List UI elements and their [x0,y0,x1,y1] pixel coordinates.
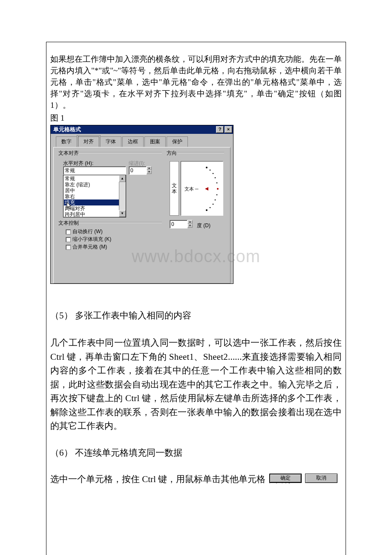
tab-font[interactable]: 字体 [100,136,121,147]
indent-spin-down[interactable]: ▼ [147,170,152,174]
checkbox-merge-label: 合并单元格 (M) [72,243,107,251]
checkbox-wrap-label: 自动换行 (W) [72,228,103,236]
degree-label: 度 (D) [197,222,210,230]
figure-caption: 图 1 [50,112,342,124]
halign-option-1[interactable]: 靠左 (缩进) [64,182,125,188]
group-textctrl-line [78,222,162,223]
svg-point-12 [206,209,208,211]
svg-point-9 [215,199,216,201]
svg-point-2 [206,167,208,168]
close-button[interactable]: × [225,126,232,133]
checkbox-shrink-box[interactable] [66,237,71,242]
svg-marker-1 [205,187,208,191]
svg-point-10 [213,204,214,205]
orientation-vertical-text: 文 [172,182,177,188]
svg-point-4 [213,173,214,174]
svg-point-11 [210,207,211,208]
help-button[interactable]: ? [216,126,224,133]
listbox-scroll-up[interactable]: ▲ [119,175,126,182]
checkbox-merge[interactable]: 合并单元格 (M) [66,243,107,251]
tabstrip: 数字 对齐 字体 边框 图案 保护 [56,136,233,147]
cell-format-dialog: 单元格格式 ? × 数字 对齐 字体 边框 图案 保护 文本对齐 方向 水平对齐… [50,125,233,284]
section-6-heading: （6） 不连续单元格填充同一数据 [50,446,342,460]
svg-point-7 [217,188,219,190]
orientation-dial-svg: 文本 ─ [181,162,224,216]
halign-option-2[interactable]: 居中 [64,188,125,194]
orientation-vertical-box[interactable]: 文 本 [170,161,179,216]
indent-spinner[interactable] [129,166,147,175]
group-text-align-line [78,152,162,153]
tab-number[interactable]: 数字 [56,136,77,147]
group-orientation-label: 方向 [165,149,178,157]
tab-alignment[interactable]: 对齐 [78,136,99,147]
checkbox-shrink[interactable]: 缩小字体填充 (K) [66,235,111,243]
ok-button[interactable]: 确定 [269,474,302,483]
degree-spin-buttons[interactable]: ▲ ▼ [187,220,193,228]
cancel-button[interactable]: 取消 [305,474,337,483]
svg-point-8 [216,194,218,196]
content: 如果想在工作簿中加入漂亮的横条纹，可以利用对齐方式中的填充功能。先在一单元格内填… [50,54,342,486]
tab-pattern[interactable]: 图案 [144,136,166,147]
svg-text:文本 ─: 文本 ─ [184,186,199,191]
intro-paragraph: 如果想在工作簿中加入漂亮的横条纹，可以利用对齐方式中的填充功能。先在一单元格内填… [50,54,342,111]
degree-spinner[interactable] [170,220,187,228]
group-text-align-label: 文本对齐 [57,149,80,157]
dialog-title: 单元格格式 [52,125,215,134]
degree-spin-down[interactable]: ▼ [187,224,193,228]
halign-value[interactable] [63,167,130,174]
indent-spin-buttons[interactable]: ▲ ▼ [147,166,152,174]
svg-point-6 [216,182,218,184]
listbox-scroll-down[interactable]: ▼ [119,210,126,217]
tab-panel: 文本对齐 方向 水平对齐 (H): 缩进(I): ▼ ▲ ▼ [53,147,231,283]
tab-protection[interactable]: 保护 [167,136,188,147]
tab-border[interactable]: 边框 [122,136,144,147]
section-5-heading: （5） 多张工作表中输入相同的内容 [50,309,342,323]
halign-combo[interactable]: ▼ [63,166,126,175]
indent-spin-up[interactable]: ▲ [147,166,152,170]
degree-spin-up[interactable]: ▲ [187,220,193,224]
halign-option-4[interactable]: 填充 [64,199,125,205]
halign-option-3[interactable]: 靠右 [64,194,125,199]
checkbox-wrap[interactable]: 自动换行 (W) [66,228,103,236]
section-5-paragraph: 几个工作表中同一位置填入同一数据时，可以选中一张工作表，然后按住 Ctrl 键，… [50,336,342,433]
svg-point-5 [215,177,216,179]
halign-listbox[interactable]: 常规 靠左 (缩进) 居中 靠右 填充 两端对齐 跨列居中 ▲ ▼ [63,175,126,217]
dialog-titlebar[interactable]: 单元格格式 ? × [51,125,233,134]
halign-option-0[interactable]: 常规 [64,176,125,182]
checkbox-shrink-label: 缩小字体填充 (K) [72,235,111,243]
halign-option-5[interactable]: 两端对齐 [64,205,125,211]
group-orientation-line [177,152,224,153]
group-textctrl-label: 文本控制 [57,219,80,227]
svg-point-3 [210,170,211,171]
checkbox-wrap-box[interactable] [66,229,71,234]
orientation-dial[interactable]: 文本 ─ [181,161,223,216]
checkbox-merge-box[interactable] [66,245,71,250]
halign-option-6[interactable]: 跨列居中 [64,211,125,217]
